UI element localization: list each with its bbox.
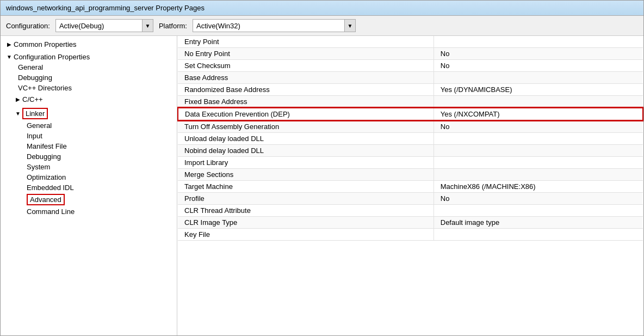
cpp-row[interactable]: ▶ C/C++ <box>14 94 177 105</box>
sidebar-item-cpp[interactable]: ▶ C/C++ <box>5 93 177 106</box>
cpp-label: C/C++ <box>22 95 43 103</box>
table-row: Target Machine MachineX86 (/MACHINE:X86) <box>178 181 643 193</box>
table-row: Set Checksum No <box>178 60 643 72</box>
sidebar-item-linker-command-line[interactable]: Command Line <box>22 206 177 217</box>
prop-name-import-library: Import Library <box>178 157 434 169</box>
prop-name-key-file: Key File <box>178 229 434 241</box>
toolbar: Configuration: Active(Debug) ▼ Platform:… <box>1 16 643 36</box>
sidebar-item-linker-system[interactable]: System <box>22 162 177 172</box>
platform-dropdown[interactable]: Active(Win32) ▼ <box>193 19 356 32</box>
prop-name-set-checksum: Set Checksum <box>178 60 434 72</box>
properties-scroll[interactable]: Entry Point No Entry Point No Set Checks… <box>177 36 643 335</box>
prop-value-import-library <box>434 157 643 169</box>
title-bar: windows_networking_api_programming_serve… <box>1 1 643 16</box>
table-row: Merge Sections <box>178 169 643 181</box>
configuration-children: General Debugging VC++ Directories ▶ C/C… <box>1 62 177 218</box>
sidebar-item-common-properties[interactable]: ▶ Common Properties <box>1 38 177 51</box>
prop-value-profile: No <box>434 193 643 205</box>
prop-name-dep: Data Execution Prevention (DEP) <box>178 108 434 120</box>
configuration-properties-row[interactable]: ▼ Configuration Properties <box>1 52 177 62</box>
properties-table: Entry Point No Entry Point No Set Checks… <box>177 36 643 241</box>
property-pages-window: windows_networking_api_programming_serve… <box>0 0 644 336</box>
table-row: Key File <box>178 229 643 241</box>
table-row: CLR Image Type Default image type <box>178 217 643 229</box>
cpp-expand-icon: ▶ <box>14 96 22 102</box>
config-expand-icon: ▼ <box>5 54 14 60</box>
prop-name-no-entry-point: No Entry Point <box>178 48 434 60</box>
table-row: Entry Point <box>178 36 643 48</box>
configuration-label: Configuration: <box>6 22 50 30</box>
platform-label: Platform: <box>159 22 187 30</box>
configuration-properties-label: Configuration Properties <box>14 53 90 61</box>
prop-name-clr-image: CLR Image Type <box>178 217 434 229</box>
linker-expand-icon: ▼ <box>14 111 22 117</box>
prop-value-turn-off-assembly: No <box>434 120 643 133</box>
prop-name-merge-sections: Merge Sections <box>178 169 434 181</box>
sidebar-item-linker-input[interactable]: Input <box>22 131 177 141</box>
table-row: Fixed Base Address <box>178 96 643 108</box>
prop-value-dep: Yes (/NXCOMPAT) <box>434 108 643 120</box>
sidebar-item-linker-debugging[interactable]: Debugging <box>22 151 177 162</box>
platform-arrow[interactable]: ▼ <box>344 20 355 32</box>
platform-value: Active(Win32) <box>193 22 344 30</box>
configuration-dropdown[interactable]: Active(Debug) ▼ <box>55 19 153 32</box>
sidebar-item-general[interactable]: General <box>14 62 177 72</box>
prop-value-nobind-delay <box>434 145 643 157</box>
sidebar-item-vc-directories[interactable]: VC++ Directories <box>14 83 177 93</box>
prop-name-base-address: Base Address <box>178 72 434 84</box>
linker-children: General Input Manifest File Debugging Sy… <box>14 120 177 217</box>
advanced-label: Advanced <box>27 194 65 205</box>
prop-value-base-address <box>434 72 643 84</box>
prop-value-randomized-base: Yes (/DYNAMICBASE) <box>434 84 643 96</box>
common-expand-icon: ▶ <box>5 41 14 47</box>
prop-value-no-entry-point: No <box>434 48 643 60</box>
table-row: Randomized Base Address Yes (/DYNAMICBAS… <box>178 84 643 96</box>
prop-value-entry-point <box>434 36 643 48</box>
prop-name-target-machine: Target Machine <box>178 181 434 193</box>
sidebar-item-linker-optimization[interactable]: Optimization <box>22 172 177 182</box>
sidebar-item-linker-manifest[interactable]: Manifest File <box>22 141 177 151</box>
prop-name-nobind-delay: Nobind delay loaded DLL <box>178 145 434 157</box>
main-panel: Entry Point No Entry Point No Set Checks… <box>177 36 643 335</box>
prop-value-clr-thread <box>434 205 643 217</box>
prop-name-randomized-base: Randomized Base Address <box>178 84 434 96</box>
table-row: Base Address <box>178 72 643 84</box>
prop-value-unload-delay <box>434 133 643 145</box>
prop-name-unload-delay: Unload delay loaded DLL <box>178 133 434 145</box>
table-row: Import Library <box>178 157 643 169</box>
prop-value-set-checksum: No <box>434 60 643 72</box>
sidebar-item-configuration-properties[interactable]: ▼ Configuration Properties General Debug… <box>1 51 177 219</box>
table-row: Nobind delay loaded DLL <box>178 145 643 157</box>
prop-name-turn-off-assembly: Turn Off Assembly Generation <box>178 120 434 133</box>
prop-name-profile: Profile <box>178 193 434 205</box>
table-row: Profile No <box>178 193 643 205</box>
table-row: Unload delay loaded DLL <box>178 133 643 145</box>
prop-name-entry-point: Entry Point <box>178 36 434 48</box>
sidebar-item-linker-embedded-idl[interactable]: Embedded IDL <box>22 182 177 193</box>
prop-value-clr-image: Default image type <box>434 217 643 229</box>
common-properties-label: Common Properties <box>14 40 77 48</box>
content-area: ▶ Common Properties ▼ Configuration Prop… <box>1 36 643 335</box>
table-row: Turn Off Assembly Generation No <box>178 120 643 133</box>
prop-value-key-file <box>434 229 643 241</box>
configuration-value: Active(Debug) <box>56 22 142 30</box>
prop-name-clr-thread: CLR Thread Attribute <box>178 205 434 217</box>
window-title: windows_networking_api_programming_serve… <box>6 4 205 12</box>
sidebar-item-linker-general[interactable]: General <box>22 120 177 131</box>
configuration-arrow[interactable]: ▼ <box>142 20 153 32</box>
common-properties-row[interactable]: ▶ Common Properties <box>1 39 177 50</box>
table-row-dep: Data Execution Prevention (DEP) Yes (/NX… <box>178 108 643 120</box>
sidebar-item-linker[interactable]: ▼ Linker General Input Manifest File Deb… <box>5 106 177 218</box>
prop-value-fixed-base <box>434 96 643 108</box>
prop-value-target-machine: MachineX86 (/MACHINE:X86) <box>434 181 643 193</box>
linker-row[interactable]: ▼ Linker <box>14 107 177 120</box>
prop-name-fixed-base: Fixed Base Address <box>178 96 434 108</box>
table-row: CLR Thread Attribute <box>178 205 643 217</box>
sidebar: ▶ Common Properties ▼ Configuration Prop… <box>1 36 177 335</box>
prop-value-merge-sections <box>434 169 643 181</box>
linker-label: Linker <box>22 108 48 119</box>
table-row: No Entry Point No <box>178 48 643 60</box>
sidebar-item-debugging-top[interactable]: Debugging <box>14 72 177 83</box>
sidebar-item-linker-advanced[interactable]: Advanced <box>22 193 177 206</box>
